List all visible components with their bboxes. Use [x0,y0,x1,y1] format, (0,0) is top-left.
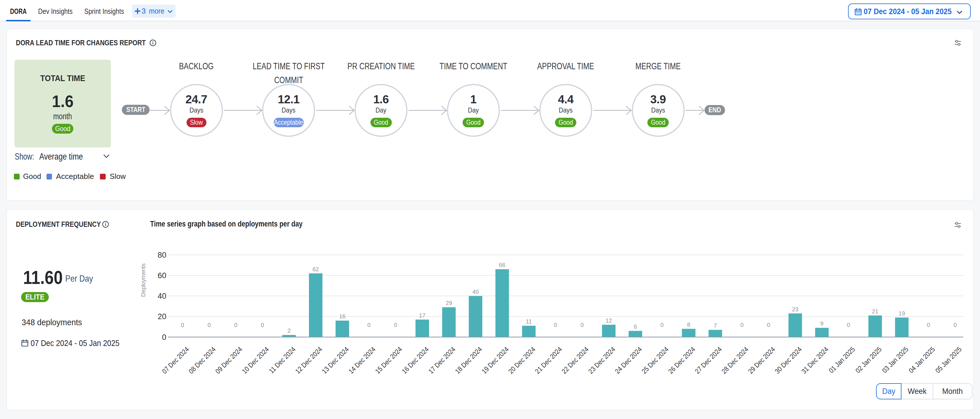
svg-text:0: 0 [554,322,557,328]
svg-text:0: 0 [660,322,663,328]
svg-text:15 Dec 2024: 15 Dec 2024 [374,345,403,375]
svg-text:08 Dec 2024: 08 Dec 2024 [188,345,217,375]
svg-text:0: 0 [234,322,237,328]
svg-text:17 Dec 2024: 17 Dec 2024 [427,345,457,375]
svg-text:04 Jan 2025: 04 Jan 2025 [907,345,936,375]
svg-text:80: 80 [158,251,166,259]
svg-text:31 Dec 2024: 31 Dec 2024 [800,345,830,375]
svg-text:16: 16 [339,313,345,319]
svg-text:14 Dec 2024: 14 Dec 2024 [347,345,377,375]
svg-text:62: 62 [312,266,319,272]
svg-text:0: 0 [740,322,743,328]
svg-text:9: 9 [820,320,824,327]
svg-text:0: 0 [208,322,211,328]
svg-text:8: 8 [687,321,690,328]
svg-text:22 Dec 2024: 22 Dec 2024 [560,345,590,375]
svg-text:19 Dec 2024: 19 Dec 2024 [480,345,510,375]
svg-text:12: 12 [606,317,612,324]
svg-text:02 Jan 2025: 02 Jan 2025 [854,345,883,375]
svg-text:19: 19 [899,310,905,317]
svg-text:0: 0 [767,322,770,328]
svg-text:05 Jan 2025: 05 Jan 2025 [934,345,963,375]
svg-text:30 Dec 2024: 30 Dec 2024 [773,345,803,375]
svg-text:24 Dec 2024: 24 Dec 2024 [614,345,643,375]
svg-text:21: 21 [872,308,878,314]
svg-text:17: 17 [419,312,425,319]
svg-text:40: 40 [473,289,479,295]
svg-text:12 Dec 2024: 12 Dec 2024 [294,345,324,375]
svg-text:0: 0 [261,322,264,328]
svg-text:01 Jan 2025: 01 Jan 2025 [827,345,856,375]
svg-text:0: 0 [953,322,957,328]
svg-text:27 Dec 2024: 27 Dec 2024 [694,345,723,375]
svg-text:20: 20 [158,312,166,321]
svg-text:21 Dec 2024: 21 Dec 2024 [534,345,563,375]
svg-text:0: 0 [581,322,584,328]
svg-text:07 Dec 2024: 07 Dec 2024 [161,345,190,375]
svg-text:0: 0 [162,333,166,342]
svg-text:20 Dec 2024: 20 Dec 2024 [507,345,537,375]
svg-text:0: 0 [181,322,184,328]
svg-text:0: 0 [394,322,397,328]
svg-text:26 Dec 2024: 26 Dec 2024 [667,345,697,375]
svg-text:6: 6 [634,324,637,330]
svg-text:60: 60 [158,271,166,280]
svg-text:11 Dec 2024: 11 Dec 2024 [268,345,297,375]
svg-text:29: 29 [446,300,452,306]
svg-text:2: 2 [288,327,291,334]
svg-text:11: 11 [526,318,532,325]
svg-text:23: 23 [792,306,799,313]
svg-text:13 Dec 2024: 13 Dec 2024 [320,345,350,375]
svg-text:18 Dec 2024: 18 Dec 2024 [453,345,484,375]
svg-text:03 Jan 2025: 03 Jan 2025 [881,345,910,375]
svg-text:16 Dec 2024: 16 Dec 2024 [401,345,430,375]
svg-text:10 Dec 2024: 10 Dec 2024 [240,345,270,375]
svg-text:09 Dec 2024: 09 Dec 2024 [214,345,244,375]
svg-text:Deployments: Deployments [140,263,146,297]
svg-text:28 Dec 2024: 28 Dec 2024 [720,345,750,375]
svg-text:25 Dec 2024: 25 Dec 2024 [640,345,670,375]
svg-text:0: 0 [847,322,850,328]
svg-text:0: 0 [927,322,930,328]
svg-text:29 Dec 2024: 29 Dec 2024 [747,345,776,375]
svg-text:23 Dec 2024: 23 Dec 2024 [587,345,617,375]
svg-text:0: 0 [367,322,371,328]
svg-text:7: 7 [714,322,717,329]
svg-text:40: 40 [158,292,166,300]
svg-text:66: 66 [499,262,505,268]
